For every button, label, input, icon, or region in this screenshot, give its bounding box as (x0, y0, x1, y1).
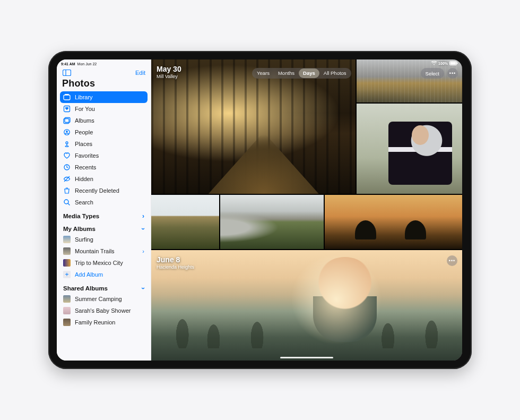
sidebar-item-albums[interactable]: Albums (60, 115, 148, 126)
svg-line-15 (68, 203, 70, 205)
photo-tile[interactable] (151, 195, 219, 249)
photo-cyclist-portrait (357, 104, 462, 194)
svg-point-9 (66, 142, 68, 144)
chevron-down-icon: › (140, 228, 147, 230)
album-mountain-trails[interactable]: Mountain Trails › (60, 245, 148, 257)
photo-hills (151, 195, 219, 249)
section-label: Shared Albums (63, 285, 108, 292)
ipad-device-frame: 9:41 AM Mon Jun 22 Edit Photos Library F… (48, 51, 472, 369)
day-more-button[interactable]: ••• (447, 255, 457, 266)
svg-rect-0 (63, 70, 71, 76)
sidebar-item-recently-deleted[interactable]: Recently Deleted (60, 185, 148, 196)
sidebar-item-places[interactable]: Places (60, 138, 148, 150)
sidebar-item-label: Hidden (75, 176, 93, 182)
sidebar-item-hidden[interactable]: Hidden (60, 173, 148, 185)
album-thumb (63, 307, 71, 314)
shared-album-summer-camping[interactable]: Summer Camping (60, 293, 148, 305)
sidebar-item-search[interactable]: Search (60, 196, 148, 208)
shared-album-baby-shower[interactable]: Sarah's Baby Shower (60, 305, 148, 316)
sidebar-item-recents[interactable]: Recents (60, 161, 148, 173)
sidebar-item-label: Library (75, 94, 93, 100)
album-label: Surfing (75, 236, 93, 243)
sidebar-list: Library For You Albums People Places (57, 91, 151, 361)
svg-point-8 (66, 131, 68, 133)
photo-grid-inner: May 30 Mill Valley June 8 Hacienda Heigh… (151, 59, 462, 361)
section-my-albums[interactable]: My Albums › (60, 221, 148, 234)
home-indicator[interactable] (280, 357, 333, 358)
album-label: Summer Camping (75, 296, 122, 302)
sidebar-item-favorites[interactable]: Favorites (60, 150, 148, 161)
svg-rect-2 (64, 95, 70, 100)
section-label: Media Types (63, 213, 99, 219)
day-hero-photo[interactable]: May 30 Mill Valley (151, 59, 356, 194)
sidebar-toggle-icon[interactable] (62, 69, 72, 76)
photo-woman-portrait (151, 250, 462, 361)
chevron-down-icon: › (140, 287, 147, 289)
photo-road-curve (357, 59, 462, 102)
chevron-right-icon: › (142, 212, 144, 220)
sidebar-item-label: Search (75, 199, 93, 205)
sidebar-item-people[interactable]: People (60, 126, 148, 138)
status-bar-left: 9:41 AM Mon Jun 22 (57, 59, 151, 66)
status-time: 9:41 AM (61, 62, 75, 66)
edit-button[interactable]: Edit (135, 70, 145, 76)
sidebar-item-label: Recents (75, 164, 96, 170)
day-header: May 30 Mill Valley (157, 65, 181, 79)
favorites-icon (63, 152, 71, 159)
trash-icon (63, 187, 71, 194)
photo-grid[interactable]: 100% Years Months Days All Photos Select… (151, 59, 462, 361)
select-button[interactable]: Select (421, 68, 444, 79)
album-trip-mexico[interactable]: Trip to Mexico City (60, 257, 148, 269)
add-album-label: Add Album (75, 271, 103, 278)
wifi-icon (431, 61, 437, 65)
section-shared-albums[interactable]: Shared Albums › (60, 280, 148, 293)
segment-all[interactable]: All Photos (319, 68, 351, 78)
day-header: June 8 Hacienda Heights (157, 255, 194, 270)
segment-days[interactable]: Days (299, 68, 319, 78)
status-date: Mon Jun 22 (77, 62, 97, 66)
photo-tile[interactable] (357, 104, 462, 194)
day-subtitle: Mill Valley (157, 74, 181, 79)
battery-percent: 100% (438, 62, 448, 65)
album-thumb (63, 247, 71, 255)
recents-icon (63, 164, 71, 171)
album-thumb (63, 259, 71, 267)
segment-years[interactable]: Years (253, 68, 274, 78)
svg-rect-18 (457, 63, 458, 64)
photo-sunset-silhouette (325, 195, 462, 249)
photo-forest-cyclists (151, 59, 356, 194)
photo-tile[interactable] (220, 195, 324, 249)
album-label: Family Reunion (75, 319, 115, 325)
day-hero-photo[interactable]: June 8 Hacienda Heights ••• (151, 250, 462, 361)
section-media-types[interactable]: Media Types › (60, 208, 148, 221)
svg-point-11 (65, 146, 68, 147)
day-title: May 30 (157, 65, 181, 73)
segment-months[interactable]: Months (274, 68, 299, 78)
add-album-button[interactable]: + Add Album (60, 269, 148, 280)
album-thumb (63, 236, 71, 243)
chevron-right-icon: › (142, 248, 144, 254)
sidebar-item-foryou[interactable]: For You (60, 103, 148, 115)
albums-icon (63, 117, 71, 124)
shared-album-family-reunion[interactable]: Family Reunion (60, 316, 148, 328)
album-label: Mountain Trails (75, 248, 115, 254)
more-button[interactable]: ••• (447, 68, 458, 79)
sidebar-title: Photos (57, 78, 151, 91)
album-label: Trip to Mexico City (75, 260, 123, 266)
section-label: My Albums (63, 226, 96, 232)
photo-tile[interactable] (357, 59, 462, 102)
album-surfing[interactable]: Surfing (60, 234, 148, 245)
library-icon (63, 93, 71, 101)
day-title: June 8 (157, 255, 194, 264)
status-bar-right: 100% (431, 61, 458, 65)
sidebar-item-library[interactable]: Library (60, 91, 148, 103)
foryou-icon (63, 105, 71, 113)
sidebar-item-label: Places (75, 141, 92, 147)
sidebar-item-label: Recently Deleted (75, 187, 119, 194)
battery-icon (449, 61, 458, 65)
sidebar: 9:41 AM Mon Jun 22 Edit Photos Library F… (57, 59, 151, 361)
places-icon (63, 140, 71, 148)
photo-tile[interactable] (325, 195, 462, 249)
plus-icon: + (63, 271, 71, 278)
search-icon (63, 199, 71, 206)
